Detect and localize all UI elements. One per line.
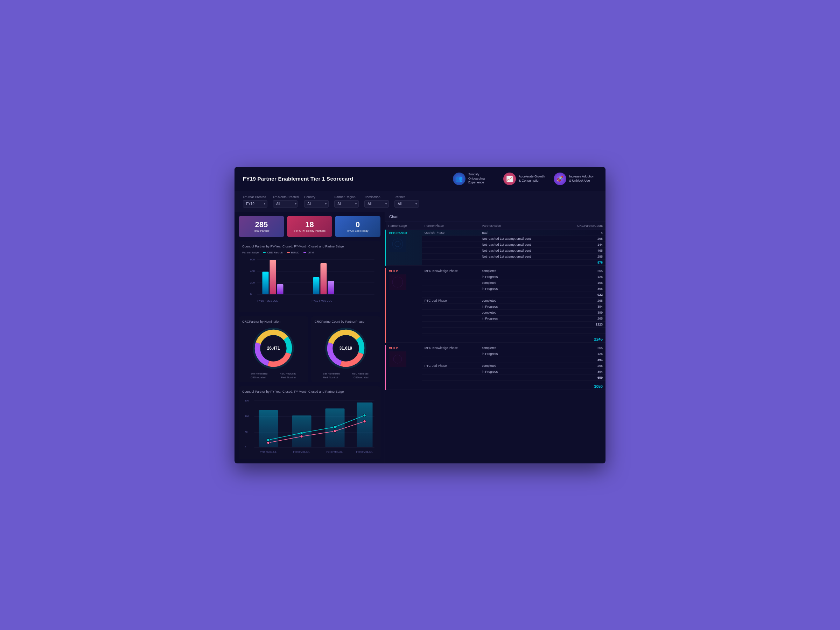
filter-fy-year-label: FY-Year Created (243, 195, 267, 199)
kpi-total-partner: 285 Total Partner (239, 216, 284, 237)
line-chart-svg: 150 100 50 0 (242, 396, 377, 456)
cell-count-394-ptc-1: 394 (560, 303, 605, 309)
donut-nomination-center: 26,471 (267, 346, 280, 351)
cell-total-2245-1: 2245 (560, 336, 605, 342)
cell-count-265-ptc-2: 265 (560, 315, 605, 321)
cell-count-144: 144 (560, 242, 605, 248)
line-chart-section: Count of Partner by FY-Year Closed, FY-M… (239, 387, 381, 459)
header-icon-onboarding: 👥 Simplify Onboarding Experience (453, 172, 496, 185)
bar-chart-title: Count of Partner by FY-Year Closed, FY-M… (242, 245, 377, 248)
donut-partnerphase-labels2: Fiedl Nominut CED recrated (323, 376, 369, 379)
cell-inprog-ptc-s2: in Progress (479, 369, 560, 374)
cell-subtotal-922-1: 922 (560, 292, 605, 297)
ced-label: CED Recruit (389, 231, 407, 235)
cell-empty-s2c (422, 374, 479, 381)
donut-p-label-self: Self Nominated (323, 373, 340, 375)
svg-rect-8 (262, 272, 269, 294)
filter-partner-region-select[interactable]: All (334, 200, 359, 208)
cell-count-126-1: 126 (560, 274, 605, 279)
filter-country-label: Country (304, 195, 328, 199)
svg-text:FY19 FM04-JUL: FY19 FM04-JUL (356, 451, 373, 453)
donut-card-partnerphase: CRCPartnerCount by PartnerPhase (311, 316, 381, 382)
legend-gtm-dot (303, 252, 306, 253)
svg-text:200: 200 (250, 281, 255, 284)
cell-empty-b2 (422, 279, 479, 286)
cell-empty-total1 (422, 336, 560, 342)
cell-empty-s2d (479, 374, 560, 381)
donut-label-rsc: RSC Recruited (280, 373, 297, 375)
cell-empty-ptc-s2 (422, 369, 479, 374)
svg-text:150: 150 (245, 399, 249, 402)
kpi-cosell-label: of Co-Sell Ready (347, 229, 368, 232)
page-title: FY19 Partner Enablement Tier 1 Scorecard (243, 176, 353, 182)
cell-inprog-ptc-1: in Progress (479, 303, 560, 309)
legend-build-label: BUILD (291, 251, 300, 254)
donut-partnerphase-labels: Self Nominated RSC Recruited (323, 373, 369, 375)
filter-fy-year-select[interactable]: FY19FY18 (243, 200, 267, 208)
growth-icon: 📈 (503, 172, 516, 185)
kpi-gtm-number: 18 (305, 220, 314, 229)
cell-empty3 (422, 248, 479, 253)
kpi-total-partner-number: 285 (255, 220, 268, 229)
legend-build-dot (287, 252, 290, 253)
legend-ced-label: CED Recruit (267, 251, 283, 254)
donut-p-label-fiedl: Fiedl Nominut (323, 376, 338, 379)
donut-partnerphase-center: 31,619 (339, 346, 352, 351)
svg-text:400: 400 (250, 270, 255, 273)
donut-nomination-value: 26,471 (267, 346, 280, 351)
cell-mpn-phase-1: MPN Knowledge Phase (422, 268, 479, 274)
table-container[interactable]: PartnerSatge PartnerPhase PartnerAction … (385, 222, 605, 390)
cell-count-4: 4 (560, 230, 605, 235)
cell-empty-ptc2 (422, 309, 479, 315)
svg-text:0: 0 (245, 446, 246, 448)
cell-build-satge-1: BUILD (386, 268, 422, 342)
svg-point-42 (333, 426, 336, 428)
svg-point-43 (363, 414, 366, 417)
bar-chart-svg: 600 400 200 0 (242, 256, 377, 309)
line-chart-title: Count of Partner by FY-Year Closed, FY-M… (242, 390, 377, 393)
svg-text:600: 600 (250, 258, 255, 261)
svg-text:100: 100 (245, 415, 249, 418)
filter-partner-label: Partner (395, 195, 419, 199)
svg-text:FY19 FM03-JUL: FY19 FM03-JUL (327, 451, 343, 453)
cell-empty-s2a (422, 357, 479, 363)
legend-partnersatge-label: PartnerSatge (242, 251, 259, 254)
bar-chart-section: Count of Partner by FY-Year Closed, FY-M… (239, 241, 381, 312)
cell-empty2 (422, 242, 479, 248)
svg-text:0: 0 (250, 293, 252, 296)
table-row: CED Recruit Outrich Phase Bad 4 (386, 230, 606, 235)
filter-fy-month-select[interactable]: All (273, 200, 297, 208)
kpi-cosell: 0 of Co-Sell Ready (335, 216, 381, 237)
chart-legend: PartnerSatge CED Recruit BUILD GTM (242, 251, 377, 254)
col-partner-action: PartnerAction (479, 222, 560, 230)
cell-completed-mpn-2: completed (479, 345, 560, 351)
cell-ptc-phase-1: PTC Led Phase (422, 297, 479, 303)
filter-nomination: Nomination All (364, 195, 389, 208)
adoption-label: Increase Adoption & Unblock Use (569, 175, 597, 183)
adoption-icon: 🚀 (554, 172, 566, 185)
cell-empty4 (422, 253, 479, 259)
cell-completed-1: completed (479, 268, 560, 274)
legend-build: BUILD (287, 251, 300, 254)
svg-point-41 (300, 431, 303, 434)
filter-fy-year: FY-Year Created FY19FY18 (243, 195, 267, 208)
filter-nomination-select[interactable]: All (364, 200, 389, 208)
filter-fy-month-label: FY-Month Created (273, 195, 298, 199)
filter-partner-select[interactable]: All (395, 200, 419, 208)
cell-action-bad: Bad (479, 230, 560, 235)
cell-empty-total-s2 (422, 383, 560, 390)
filter-fy-month: FY-Month Created All (273, 195, 298, 208)
svg-rect-9 (270, 260, 276, 294)
filter-country-select[interactable]: All (304, 200, 328, 208)
bar-chart: 600 400 200 0 (242, 256, 377, 309)
donut-nomination-labels2: CED recrated Fiedl Nominut (251, 376, 296, 379)
svg-rect-10 (277, 284, 284, 294)
main-content: 285 Total Partner 18 # of GTM Ready Part… (235, 212, 605, 463)
svg-text:50: 50 (245, 431, 248, 433)
cell-action-465: Not reached 1st attempt email sent (479, 248, 560, 253)
growth-label: Accelerate Growth & Consumption (519, 175, 547, 183)
cell-count-265-mpn-2: 265 (560, 345, 605, 351)
data-table: PartnerSatge PartnerPhase PartnerAction … (385, 222, 605, 390)
donut-label-fiedl: Fiedl Nominut (281, 376, 296, 379)
donut-label-ced: CED recrated (251, 376, 265, 379)
